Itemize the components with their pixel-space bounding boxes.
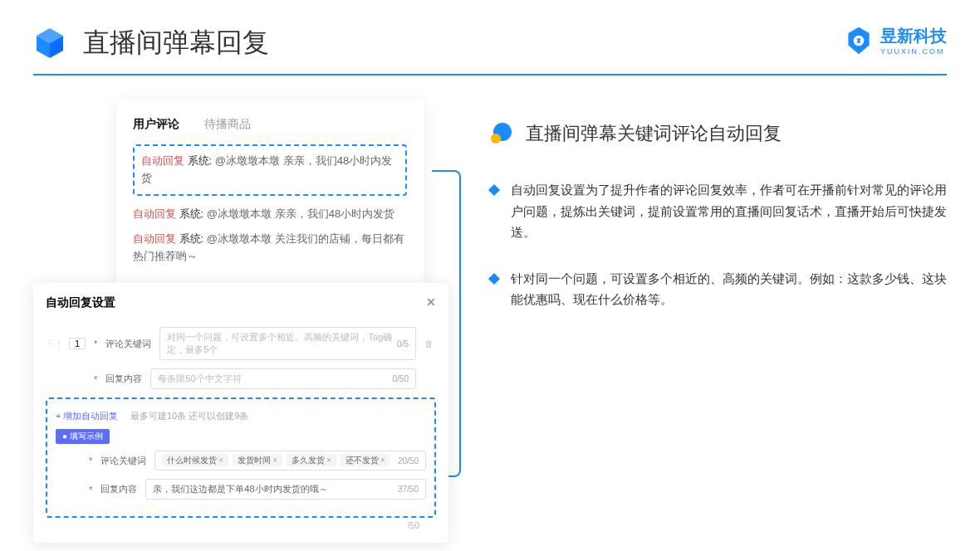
- stray-counter: /50: [46, 518, 436, 530]
- auto-reply-tag: 自动回复: [133, 207, 176, 220]
- chat-bubble-icon: [490, 122, 513, 145]
- keyword-tag: 多久发货×: [287, 454, 336, 466]
- close-icon[interactable]: ✕: [426, 295, 436, 310]
- auto-reply-tag: 自动回复: [141, 154, 184, 167]
- tab-pending-products[interactable]: 待播商品: [204, 117, 251, 132]
- keyword-tag: 发货时间×: [233, 454, 282, 466]
- bullet-text: 针对同一个问题，可设置多个相近的、高频的关键词。例如：这款多少钱、这块能优惠吗、…: [511, 268, 947, 310]
- delete-icon[interactable]: 🗑: [424, 339, 436, 349]
- page-title: 直播间弹幕回复: [83, 25, 269, 61]
- example-reply-input[interactable]: 亲，我们这边都是下单48小时内发货的哦～ 37/50: [145, 479, 426, 500]
- example-highlight: + 增加自动回复 最多可建10条 还可以创建9条 ● 填写示例 * 评论关键词 …: [46, 397, 436, 518]
- reply-label: 回复内容: [105, 373, 142, 385]
- modal-title: 自动回复设置: [46, 295, 115, 310]
- highlighted-comment: 自动回复 系统: @冰墩墩本墩 亲亲，我们48小时内发货: [133, 144, 407, 196]
- drag-icon[interactable]: ⋮⋮: [46, 339, 61, 349]
- example-keyword-input[interactable]: 什么时候发货× 发货时间× 多久发货× 还不发货× 20/50: [154, 451, 426, 471]
- section-title: 直播间弹幕关键词评论自动回复: [526, 121, 782, 146]
- svg-point-5: [491, 134, 501, 144]
- brand-icon: [844, 26, 874, 56]
- brand-name: 昱新科技: [880, 27, 947, 45]
- add-hint: 最多可建10条 还可以创建9条: [130, 411, 248, 421]
- tab-user-comments[interactable]: 用户评论: [133, 117, 179, 132]
- settings-modal: 自动回复设置 ✕ ⋮⋮ 1 * 评论关键词 对同一个问题，可设置多个相近、高频的…: [33, 283, 448, 543]
- auto-reply-tag: 自动回复: [133, 232, 176, 245]
- add-auto-reply-link[interactable]: + 增加自动回复: [56, 411, 118, 421]
- reply-input[interactable]: 每条限50个中文字符 0/50: [150, 368, 416, 389]
- header-divider: [33, 74, 947, 76]
- keyword-label: 评论关键词: [105, 338, 151, 350]
- keyword-tag: 什么时候发货×: [162, 454, 228, 466]
- row-number: 1: [69, 338, 86, 349]
- bullet-text: 自动回复设置为了提升作者的评论回复效率，作者可在开播前针对常见的评论用户问题，提…: [511, 179, 947, 243]
- keyword-input[interactable]: 对同一个问题，可设置多个相近、高频的关键词，Tag确定，最多5个 0/5: [159, 327, 416, 360]
- cube-icon: [33, 27, 66, 60]
- brand-logo: 昱新科技 YUUXIN.COM: [844, 25, 947, 56]
- comments-panel: 用户评论 待播商品 自动回复 系统: @冰墩墩本墩 亲亲，我们48小时内发货 自…: [116, 100, 424, 290]
- bullet-diamond-icon: [488, 184, 500, 196]
- keyword-tag: 还不发货×: [341, 454, 390, 466]
- example-badge: ● 填写示例: [56, 429, 110, 444]
- bullet-diamond-icon: [488, 272, 500, 284]
- brand-url: YUUXIN.COM: [880, 47, 947, 56]
